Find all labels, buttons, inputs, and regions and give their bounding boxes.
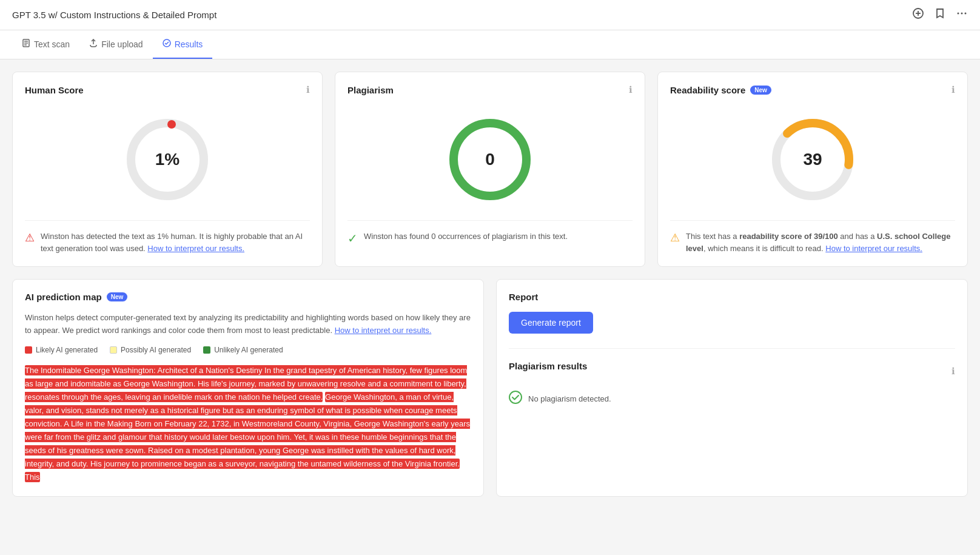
legend-possibly-ai: Possibly AI generated bbox=[110, 346, 191, 354]
readability-gauge: 39 bbox=[670, 105, 955, 220]
ai-prediction-header: AI prediction map New bbox=[25, 292, 471, 302]
text-scan-icon bbox=[22, 39, 30, 49]
svg-point-3 bbox=[958, 13, 959, 15]
plagiarism-footer-text: Winston has found 0 occurrences of plagi… bbox=[364, 230, 568, 243]
tab-file-upload-label: File upload bbox=[101, 39, 143, 49]
bookmark-icon[interactable] bbox=[934, 7, 946, 22]
human-score-value: 1% bbox=[155, 150, 180, 169]
plagiarism-results-section: Plagiarism results ℹ No plagiarism detec… bbox=[509, 348, 955, 407]
human-score-title: Human Score bbox=[25, 85, 84, 95]
results-icon bbox=[163, 39, 171, 49]
readability-info-icon[interactable]: ℹ bbox=[951, 84, 955, 95]
readability-title: Readability score bbox=[670, 85, 745, 95]
legend-possibly-ai-label: Possibly AI generated bbox=[121, 346, 191, 354]
readability-link[interactable]: How to interpret our results. bbox=[825, 244, 922, 253]
report-title: Report bbox=[509, 292, 955, 302]
human-score-gauge: 1% bbox=[25, 105, 310, 220]
legend-likely-ai-dot bbox=[25, 346, 32, 354]
bottom-row: AI prediction map New Winston helps dete… bbox=[12, 279, 968, 497]
no-plagiarism-status: No plagiarism detected. bbox=[509, 391, 955, 407]
tab-text-scan-label: Text scan bbox=[34, 39, 70, 49]
file-upload-icon bbox=[89, 39, 98, 49]
svg-point-16 bbox=[509, 391, 522, 403]
plagiarism-footer: ✓ Winston has found 0 occurrences of pla… bbox=[347, 220, 633, 246]
ai-prediction-legend: Likely AI generated Possibly AI generate… bbox=[25, 346, 471, 354]
main-content: Human Score ℹ 1% ⚠ Winston has detected … bbox=[0, 59, 980, 509]
plagiarism-results-title: Plagiarism results bbox=[509, 361, 587, 371]
topbar-actions bbox=[912, 7, 968, 22]
svg-point-4 bbox=[961, 13, 963, 15]
nav-tabs: Text scan File upload Results bbox=[0, 30, 980, 59]
plagiarism-card: Plagiarism ℹ 0 ✓ Winston has found 0 occ… bbox=[335, 72, 645, 267]
legend-unlikely-ai: Unlikely AI generated bbox=[203, 346, 283, 354]
no-plagiarism-icon bbox=[509, 391, 522, 407]
readability-card: Readability score New ℹ 39 ⚠ bbox=[657, 72, 968, 267]
plagiarism-check-icon: ✓ bbox=[347, 231, 358, 246]
plagiarism-value: 0 bbox=[485, 150, 495, 169]
ai-prediction-link[interactable]: How to interpret our results. bbox=[335, 326, 432, 335]
svg-point-5 bbox=[965, 13, 967, 15]
more-icon[interactable] bbox=[956, 7, 968, 22]
svg-point-12 bbox=[167, 120, 176, 129]
readability-value: 39 bbox=[803, 150, 822, 169]
tab-results-label: Results bbox=[175, 39, 203, 49]
generate-report-button[interactable]: Generate report bbox=[509, 312, 593, 334]
ai-prediction-title-wrap: AI prediction map New bbox=[25, 292, 127, 302]
ai-prediction-title: AI prediction map bbox=[25, 292, 102, 302]
ai-prediction-card: AI prediction map New Winston helps dete… bbox=[12, 279, 484, 497]
plagiarism-header: Plagiarism ℹ bbox=[347, 84, 633, 95]
topbar-title: GPT 3.5 w/ Custom Instructions & Detaile… bbox=[12, 10, 216, 20]
highlighted-text-red-2: George Washington, a man of virtue, valo… bbox=[25, 392, 470, 469]
readability-new-badge: New bbox=[750, 86, 771, 95]
ai-prediction-badge: New bbox=[107, 292, 128, 301]
plagiarism-gauge: 0 bbox=[347, 105, 633, 220]
legend-unlikely-ai-dot bbox=[203, 346, 210, 354]
human-score-footer-text: Winston has detected the text as 1% huma… bbox=[41, 230, 310, 254]
human-score-info-icon[interactable]: ℹ bbox=[306, 84, 310, 95]
report-card: Report Generate report Plagiarism result… bbox=[496, 279, 968, 497]
tab-text-scan[interactable]: Text scan bbox=[12, 30, 79, 59]
plagiarism-title: Plagiarism bbox=[347, 85, 394, 95]
legend-unlikely-ai-label: Unlikely AI generated bbox=[214, 346, 283, 354]
readability-score-bold: readability score of 39/100 bbox=[739, 232, 838, 241]
human-score-header: Human Score ℹ bbox=[25, 84, 310, 95]
plagiarism-results-info-icon[interactable]: ℹ bbox=[951, 366, 955, 377]
readability-title-wrap: Readability score New bbox=[670, 85, 771, 95]
no-plagiarism-text: No plagiarism detected. bbox=[528, 394, 611, 403]
plagiarism-results-header: Plagiarism results ℹ bbox=[509, 361, 955, 381]
readability-header: Readability score New ℹ bbox=[670, 84, 955, 95]
human-score-link[interactable]: How to interpret our results. bbox=[147, 244, 244, 253]
highlighted-text-red-3: This bbox=[25, 472, 40, 482]
score-cards-row: Human Score ℹ 1% ⚠ Winston has detected … bbox=[12, 72, 968, 267]
legend-likely-ai: Likely AI generated bbox=[25, 346, 98, 354]
tab-file-upload[interactable]: File upload bbox=[79, 30, 153, 59]
readability-footer-text: This text has a readability score of 39/… bbox=[686, 230, 955, 254]
plagiarism-info-icon[interactable]: ℹ bbox=[629, 84, 633, 95]
tab-results[interactable]: Results bbox=[153, 30, 213, 59]
readability-warning-icon: ⚠ bbox=[670, 231, 680, 244]
legend-possibly-ai-dot bbox=[110, 346, 117, 354]
add-icon[interactable] bbox=[912, 7, 924, 22]
topbar: GPT 3.5 w/ Custom Instructions & Detaile… bbox=[0, 0, 980, 30]
human-score-card: Human Score ℹ 1% ⚠ Winston has detected … bbox=[12, 72, 323, 267]
report-section: Report Generate report bbox=[509, 292, 955, 348]
legend-likely-ai-label: Likely AI generated bbox=[36, 346, 98, 354]
human-score-footer: ⚠ Winston has detected the text as 1% hu… bbox=[25, 220, 310, 254]
ai-prediction-text: The Indomitable George Washington: Archi… bbox=[25, 364, 471, 485]
ai-prediction-description: Winston helps detect computer-generated … bbox=[25, 312, 471, 337]
human-score-warning-icon: ⚠ bbox=[25, 231, 35, 244]
readability-footer: ⚠ This text has a readability score of 3… bbox=[670, 220, 955, 254]
